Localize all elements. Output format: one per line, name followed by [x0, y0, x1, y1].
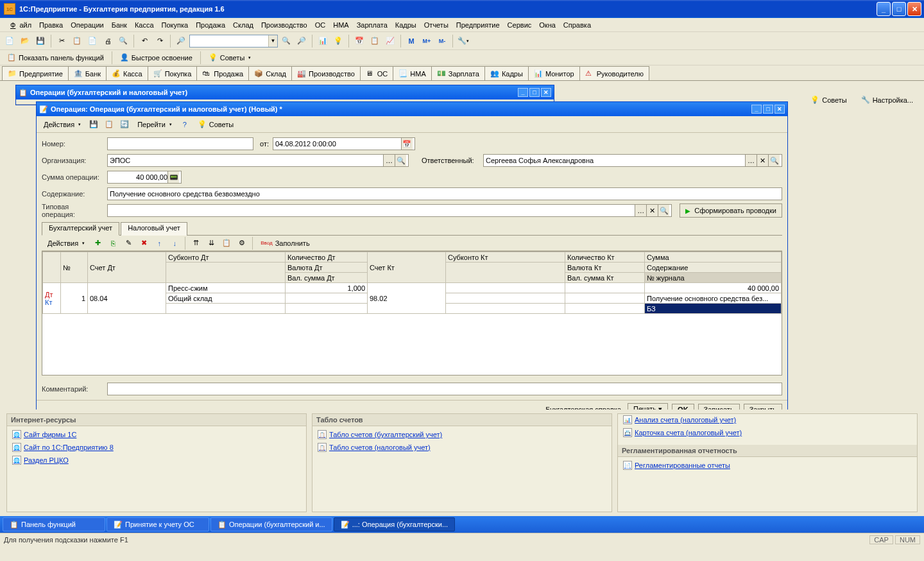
copy-doc-icon[interactable]: 📋: [102, 117, 116, 132]
side-settings-button[interactable]: 🔧Настройка...: [857, 94, 918, 106]
mdi-close-icon[interactable]: ✕: [774, 105, 785, 114]
menu-file[interactable]: Файл: [3, 20, 35, 30]
link-tablo-acc[interactable]: 📋Табло счетов (бухгалтерский учет): [318, 430, 606, 439]
tab-tax[interactable]: Налоговый учет: [121, 222, 187, 236]
goto-menu[interactable]: Перейти▾: [133, 119, 176, 130]
tab-enterprise[interactable]: 📁Предприятие: [2, 66, 69, 80]
menu-hr[interactable]: Кадры: [391, 20, 420, 30]
task-operations[interactable]: 📋Операции (бухгалтерский и...: [210, 517, 332, 531]
search-combo[interactable]: ▼: [189, 35, 278, 47]
col-n[interactable]: №: [61, 252, 88, 283]
open-icon[interactable]: 📂: [18, 34, 32, 48]
list-icon[interactable]: 📋: [219, 236, 234, 250]
quick-learn-button[interactable]: 👤Быстрое освоение: [116, 51, 197, 64]
calendar-icon[interactable]: 📅: [352, 34, 366, 48]
paste-icon[interactable]: 📄: [85, 34, 99, 48]
menu-edit[interactable]: Правка: [35, 20, 67, 30]
tab-sale[interactable]: 🛍Продажа: [196, 66, 249, 80]
sum-input[interactable]: 40 000,00 📟: [107, 171, 182, 184]
maximize-button[interactable]: □: [892, 2, 906, 16]
report-icon[interactable]: 📈: [383, 34, 397, 48]
m-plus-icon[interactable]: M+: [420, 34, 434, 48]
refresh-icon[interactable]: 🔄: [117, 117, 132, 132]
grid-actions-menu[interactable]: Действия▾: [43, 237, 89, 249]
task-panel[interactable]: 📋Панель функций: [3, 517, 105, 531]
sort-desc-icon[interactable]: ⇊: [204, 236, 218, 250]
tab-purchase[interactable]: 🛒Покупка: [148, 66, 198, 80]
tool-icon[interactable]: 📋: [368, 34, 382, 48]
redo-icon[interactable]: ↷: [153, 34, 167, 48]
table-row[interactable]: ДтКт 1 08.04 Пресс-сжим 1,000 98.02 40 0…: [43, 283, 782, 293]
tab-hr[interactable]: 👥Кадры: [484, 66, 529, 80]
typical-input[interactable]: … ✕ 🔍: [107, 204, 672, 217]
fill-button[interactable]: ВводЗаполнить: [256, 237, 314, 249]
col-valsum-dt[interactable]: Вал. сумма Дт: [286, 273, 368, 283]
menu-bank[interactable]: Банк: [108, 20, 131, 30]
menu-cash[interactable]: Касса: [131, 20, 158, 30]
find-next-icon[interactable]: 🔎: [295, 34, 309, 48]
add-copy-icon[interactable]: ⎘: [106, 236, 120, 250]
add-row-icon[interactable]: ✚: [90, 236, 105, 250]
calendar-icon[interactable]: 📅: [401, 138, 413, 150]
menu-os[interactable]: ОС: [311, 20, 330, 30]
tab-bank[interactable]: 🏦Банк: [68, 66, 107, 80]
link-1c8-site[interactable]: 🌐Сайт по 1С:Предприятию 8: [12, 443, 301, 452]
select-icon[interactable]: …: [635, 205, 646, 216]
clear-icon[interactable]: ✕: [646, 205, 658, 216]
sort-asc-icon[interactable]: ⇈: [189, 236, 203, 250]
tab-cash[interactable]: 💰Касса: [106, 66, 148, 80]
m-minus-icon[interactable]: M-: [435, 34, 449, 48]
tab-production[interactable]: 🏭Производство: [291, 66, 361, 80]
print-icon[interactable]: 🖨: [101, 34, 115, 48]
move-down-icon[interactable]: ↓: [167, 236, 182, 250]
resp-input[interactable]: Сергеева Софья Александровна … ✕ 🔍: [483, 154, 782, 167]
link-rcko[interactable]: 🌐Раздел РЦКО: [12, 456, 301, 465]
link-card[interactable]: 📇Карточка счета (налоговый учет): [623, 428, 912, 437]
col-valsum-kt[interactable]: Вал. сумма Кт: [565, 273, 645, 283]
delete-row-icon[interactable]: ✖: [137, 236, 151, 250]
col-qty-dt[interactable]: Количество Дт: [286, 252, 368, 263]
menu-windows[interactable]: Окна: [535, 20, 560, 30]
new-icon[interactable]: 📄: [3, 34, 17, 48]
menu-sale[interactable]: Продажа: [192, 20, 229, 30]
undo-icon[interactable]: ↶: [137, 34, 151, 48]
save-icon[interactable]: 💾: [33, 34, 47, 48]
menu-purchase[interactable]: Покупка: [158, 20, 193, 30]
calc-icon[interactable]: 📊: [316, 34, 330, 48]
mdi-max-icon[interactable]: □: [529, 88, 540, 97]
task-operation-active[interactable]: 📝...: Операция (бухгалтерски...: [334, 517, 455, 531]
calc-icon[interactable]: 📟: [167, 171, 179, 183]
mdi-max-icon[interactable]: □: [763, 105, 773, 114]
col-acc-dt[interactable]: Счет Дт: [88, 252, 166, 283]
tab-manager[interactable]: ⚠Руководителю: [579, 66, 649, 80]
search-icon[interactable]: 🔎: [174, 34, 188, 48]
menu-salary[interactable]: Зарплата: [353, 20, 391, 30]
tab-nma[interactable]: 📃НМА: [393, 66, 431, 80]
menu-warehouse[interactable]: Склад: [229, 20, 257, 30]
col-cur-dt[interactable]: Валюта Дт: [286, 263, 368, 273]
org-input[interactable]: ЭПОС … 🔍: [107, 154, 409, 167]
edit-row-icon[interactable]: ✎: [121, 236, 135, 250]
minimize-button[interactable]: _: [877, 2, 891, 16]
help-tip-icon[interactable]: 💡: [331, 34, 345, 48]
comment-input[interactable]: [107, 383, 782, 395]
settings-icon[interactable]: ⚙: [235, 236, 249, 250]
m-icon[interactable]: M: [404, 34, 418, 48]
inner-tips-button[interactable]: 💡Советы: [193, 118, 238, 130]
side-tips-button[interactable]: 💡Советы: [806, 94, 851, 106]
preview-icon[interactable]: 🔍: [116, 34, 130, 48]
date-input[interactable]: 04.08.2012 0:00:00 📅: [273, 137, 415, 150]
select-icon[interactable]: …: [745, 155, 757, 166]
col-journal[interactable]: № журнала: [645, 273, 782, 283]
link-reports[interactable]: 📄Регламентированные отчеты: [623, 461, 912, 470]
cut-icon[interactable]: ✂: [55, 34, 69, 48]
link-analysis[interactable]: 📊Анализ счета (налоговый учет): [623, 415, 912, 424]
col-sub-dt[interactable]: Субконто Дт: [166, 252, 286, 263]
menu-reports[interactable]: Отчеты: [420, 20, 452, 30]
save-icon[interactable]: 💾: [87, 117, 101, 132]
copy-icon[interactable]: 📋: [70, 34, 84, 48]
search-icon[interactable]: 🔍: [768, 155, 780, 166]
help-icon[interactable]: ?: [178, 117, 192, 132]
mdi-min-icon[interactable]: _: [751, 105, 762, 114]
mdi-front-title[interactable]: 📝 Операция: Операция (бухгалтерский и на…: [37, 102, 787, 116]
